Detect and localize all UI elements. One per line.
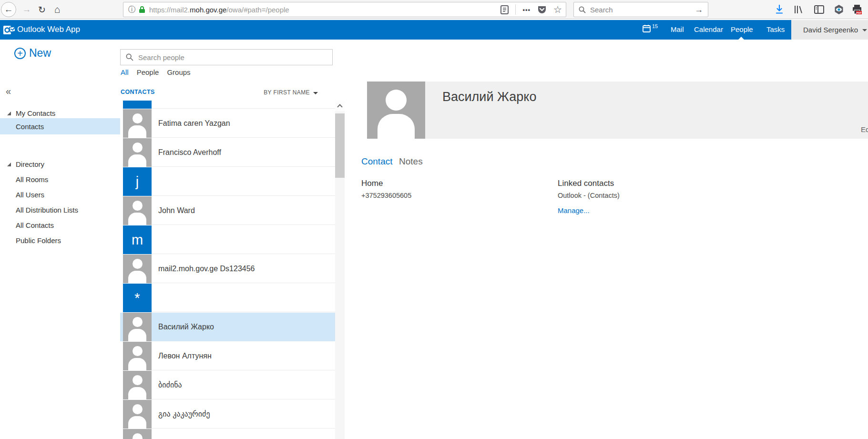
avatar bbox=[123, 138, 152, 167]
filter-groups[interactable]: Groups bbox=[167, 68, 190, 76]
manage-linked-contacts-link[interactable]: Manage... bbox=[558, 206, 590, 214]
page-actions-icon[interactable]: ••• bbox=[522, 6, 531, 13]
screen: ← → ↻ ⌂ ⓘ https://mail2.moh.gov.ge/owa/#… bbox=[0, 0, 868, 439]
owa-header: Outlook Web App 15 Mail Calendar People … bbox=[0, 20, 868, 40]
library-icon[interactable] bbox=[793, 4, 804, 15]
people-filters: All People Groups bbox=[121, 68, 191, 76]
browser-toolbar: ← → ↻ ⌂ ⓘ https://mail2.moh.gov.ge/owa/#… bbox=[0, 0, 868, 19]
url-text: https://mail2.moh.gov.ge/owa/#path=/peop… bbox=[149, 6, 500, 14]
list-item-contact[interactable]: ბიძინა bbox=[120, 371, 335, 399]
contact-name: Fatima caren Yazgan bbox=[152, 109, 335, 138]
avatar bbox=[123, 342, 152, 370]
url-bar[interactable]: ⓘ https://mail2.moh.gov.ge/owa/#path=/pe… bbox=[123, 2, 566, 17]
tab-contact[interactable]: Contact bbox=[361, 156, 392, 167]
avatar bbox=[123, 371, 152, 399]
user-name: David Sergeenko bbox=[803, 26, 858, 34]
home-phone-value: +375293605605 bbox=[361, 192, 411, 199]
list-item-contact[interactable]: Fatima caren Yazgan bbox=[120, 109, 335, 138]
contact-name: Francisco Averhoff bbox=[152, 138, 335, 167]
nav-people[interactable]: People bbox=[731, 25, 753, 33]
chevron-down-icon bbox=[313, 92, 318, 94]
privacy-extension-eye-icon[interactable] bbox=[833, 4, 845, 15]
tree-expand-icon[interactable] bbox=[7, 163, 11, 166]
folders-sidebar: + New « My Contacts Contacts Directory A… bbox=[0, 40, 120, 439]
avatar bbox=[123, 429, 152, 439]
contacts-list-header: CONTACTS bbox=[121, 89, 155, 95]
pocket-icon[interactable] bbox=[537, 5, 547, 14]
sort-by-dropdown[interactable]: BY FIRST NAME bbox=[264, 89, 318, 96]
browser-search-placeholder: Search bbox=[590, 6, 694, 14]
contact-display-name: Василий Жарко bbox=[442, 90, 536, 104]
sidebar-item-all-contacts[interactable]: All Contacts bbox=[0, 217, 120, 233]
avatar bbox=[123, 255, 152, 283]
list-scrollbar[interactable] bbox=[335, 101, 345, 439]
nav-calendar[interactable]: Calendar bbox=[694, 25, 723, 33]
contact-name: mail2.moh.gov.ge Ds123456 bbox=[152, 255, 335, 283]
tab-notes[interactable]: Notes bbox=[399, 156, 423, 167]
sidebar-item-all-distribution-lists[interactable]: All Distribution Lists bbox=[0, 202, 120, 218]
letter-divider-star: * bbox=[120, 284, 335, 312]
search-people-placeholder: Search people bbox=[138, 53, 184, 61]
reminders-indicator[interactable]: 15 bbox=[643, 24, 658, 32]
avatar bbox=[123, 109, 152, 138]
list-item-contact[interactable]: გია კაკაურიძე bbox=[120, 400, 335, 429]
contact-name: Василий Жарко bbox=[152, 313, 335, 341]
letter-tile: j bbox=[123, 167, 152, 196]
contact-name: John Ward bbox=[152, 196, 335, 225]
list-item-contact[interactable]: mail2.moh.gov.ge Ds123456 bbox=[120, 255, 335, 283]
list-item-contact[interactable]: Левон Алтунян bbox=[120, 342, 335, 370]
sidebar-item-all-users[interactable]: All Users bbox=[0, 187, 120, 203]
url-path: /owa/#path=/people bbox=[226, 6, 289, 14]
new-button[interactable]: + New bbox=[14, 47, 51, 60]
bookmark-star-icon[interactable]: ☆ bbox=[553, 4, 562, 15]
scrollbar-up-arrow[interactable] bbox=[335, 101, 345, 111]
site-info-icon[interactable]: ⓘ bbox=[128, 5, 136, 15]
list-item-contact[interactable]: John Ward bbox=[120, 196, 335, 225]
browser-search-bar[interactable]: Search → bbox=[573, 2, 708, 17]
contacts-list: Fatima caren Yazgan Francisco Averhoff j… bbox=[120, 101, 335, 439]
avatar bbox=[123, 196, 152, 225]
filter-all[interactable]: All bbox=[121, 68, 129, 76]
sidebar-item-all-rooms[interactable]: All Rooms bbox=[0, 172, 120, 187]
tree-group-directory[interactable]: Directory bbox=[0, 156, 120, 172]
sidebar-item-contacts[interactable]: Contacts bbox=[0, 118, 120, 134]
list-item-contact-selected[interactable]: Василий Жарко bbox=[120, 313, 335, 341]
urlbar-actions: ••• ☆ bbox=[500, 4, 562, 15]
reload-button[interactable]: ↻ bbox=[34, 2, 50, 17]
new-button-label: New bbox=[29, 47, 51, 60]
user-menu[interactable]: David Sergeenko bbox=[791, 20, 868, 40]
back-button[interactable]: ← bbox=[1, 2, 16, 17]
search-people-input[interactable]: Search people bbox=[120, 49, 333, 65]
svg-text:PDF: PDF bbox=[857, 11, 862, 14]
home-button[interactable]: ⌂ bbox=[50, 2, 65, 17]
list-item-contact[interactable]: Francisco Averhoff bbox=[120, 138, 335, 167]
filter-people[interactable]: People bbox=[137, 68, 159, 76]
letter-divider-m: m bbox=[120, 225, 335, 254]
outlook-logo-icon bbox=[3, 24, 16, 36]
forward-button[interactable]: → bbox=[19, 2, 34, 17]
contact-name: გია კაკაურიძე bbox=[152, 400, 335, 429]
app-title: Outlook Web App bbox=[17, 25, 80, 34]
tree-expand-icon[interactable] bbox=[7, 112, 11, 115]
search-icon bbox=[126, 53, 133, 61]
list-item-contact-partial[interactable] bbox=[120, 429, 335, 439]
avatar bbox=[123, 400, 152, 429]
sidebar-item-public-folders[interactable]: Public Folders bbox=[0, 233, 120, 248]
downloads-icon[interactable] bbox=[774, 4, 785, 15]
collapse-pane-button[interactable]: « bbox=[6, 86, 11, 97]
linked-contacts-label: Linked contacts bbox=[558, 179, 614, 188]
scrollbar-thumb[interactable] bbox=[335, 113, 345, 178]
letter-divider-partial bbox=[120, 101, 335, 109]
print-pdf-extension-icon[interactable]: PDF bbox=[851, 4, 863, 15]
url-scheme: https://mail2. bbox=[149, 6, 190, 14]
nav-mail[interactable]: Mail bbox=[671, 25, 684, 33]
nav-tasks[interactable]: Tasks bbox=[766, 25, 785, 33]
reader-mode-icon[interactable] bbox=[500, 5, 509, 14]
url-domain: moh.gov.ge bbox=[190, 6, 226, 14]
forward-icon: → bbox=[22, 4, 31, 15]
plus-icon: + bbox=[14, 48, 26, 59]
active-tab-indicator bbox=[738, 37, 744, 40]
sidebar-toggle-icon[interactable] bbox=[813, 4, 825, 15]
edit-contact-link[interactable]: Edit bbox=[861, 125, 868, 133]
search-go-icon[interactable]: → bbox=[694, 5, 703, 15]
